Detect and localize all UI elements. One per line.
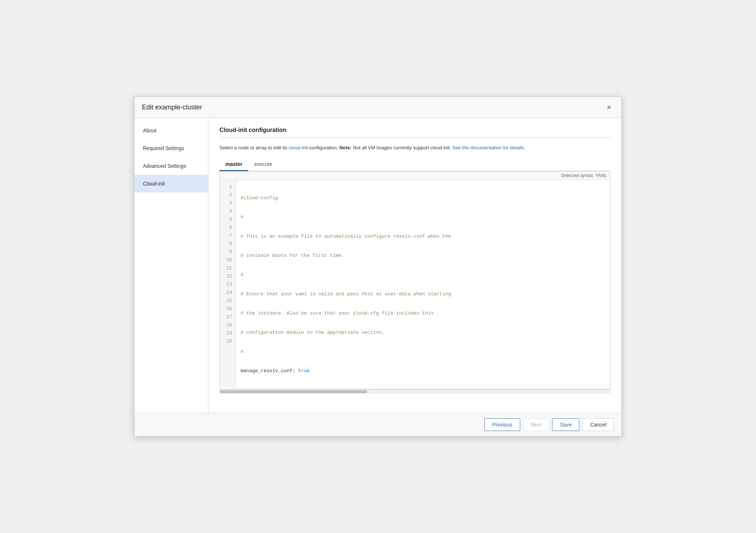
- syntax-label: Detected syntax: YAML: [220, 172, 610, 180]
- sidebar-item-about[interactable]: About: [134, 122, 208, 139]
- code-line-2: #: [241, 213, 606, 221]
- code-area[interactable]: 1 2 3 4 5 6 7 8 9 10 11 12 13 14: [220, 180, 610, 387]
- sidebar-item-cloud-init[interactable]: Cloud-init: [134, 175, 208, 193]
- code-line-5: #: [241, 271, 606, 279]
- tabs: master execute: [219, 158, 610, 171]
- dialog-footer: Previous Next Save Cancel: [134, 413, 622, 436]
- main-content: Cloud-init configuration Select a node o…: [208, 118, 622, 413]
- code-line-3: # This is an example file to automatical…: [241, 232, 606, 241]
- documentation-link[interactable]: See the documentation for details.: [452, 145, 525, 150]
- code-content[interactable]: #cloud-config # # This is an example fil…: [236, 180, 610, 387]
- tab-execute[interactable]: execute: [248, 158, 278, 171]
- horizontal-scrollbar[interactable]: [219, 389, 610, 394]
- code-line-7: # the instance. Also be sure that your c…: [241, 309, 606, 318]
- code-editor[interactable]: Detected syntax: YAML 1 2 3 4 5 6 7 8 9 …: [219, 171, 610, 389]
- code-line-1: #cloud-config: [241, 194, 606, 202]
- cancel-button[interactable]: Cancel: [582, 418, 614, 431]
- code-line-4: # instance boots for the first time.: [241, 252, 606, 260]
- next-button[interactable]: Next: [523, 418, 549, 431]
- tab-master[interactable]: master: [219, 158, 248, 171]
- sidebar: About Required Settings Advanced Setting…: [134, 118, 208, 413]
- code-line-10: manage_resolv_conf: true: [241, 367, 606, 375]
- code-line-8: # configuration module in the appropriat…: [241, 329, 606, 337]
- section-divider: [219, 137, 610, 138]
- code-line-11: [241, 386, 606, 387]
- section-title: Cloud-init configuration: [219, 127, 610, 133]
- code-line-9: #: [241, 348, 606, 356]
- scrollbar-thumb[interactable]: [219, 390, 367, 393]
- sidebar-item-advanced-settings[interactable]: Advanced Settings: [134, 157, 208, 175]
- close-button[interactable]: ×: [604, 102, 614, 112]
- edit-cluster-dialog: Edit example-cluster × About Required Se…: [134, 96, 622, 437]
- dialog-titlebar: Edit example-cluster ×: [134, 97, 622, 118]
- code-line-6: # Ensure that your yaml is valid and pas…: [241, 290, 606, 298]
- dialog-title: Edit example-cluster: [142, 103, 202, 111]
- previous-button[interactable]: Previous: [484, 418, 520, 431]
- dialog-body: About Required Settings Advanced Setting…: [134, 118, 622, 413]
- save-button[interactable]: Save: [552, 418, 579, 431]
- sidebar-item-required-settings[interactable]: Required Settings: [134, 139, 208, 157]
- cloud-init-link[interactable]: cloud-init: [289, 145, 308, 150]
- line-numbers: 1 2 3 4 5 6 7 8 9 10 11 12 13 14: [220, 180, 236, 387]
- section-description: Select a node or array to edit its cloud…: [219, 144, 610, 152]
